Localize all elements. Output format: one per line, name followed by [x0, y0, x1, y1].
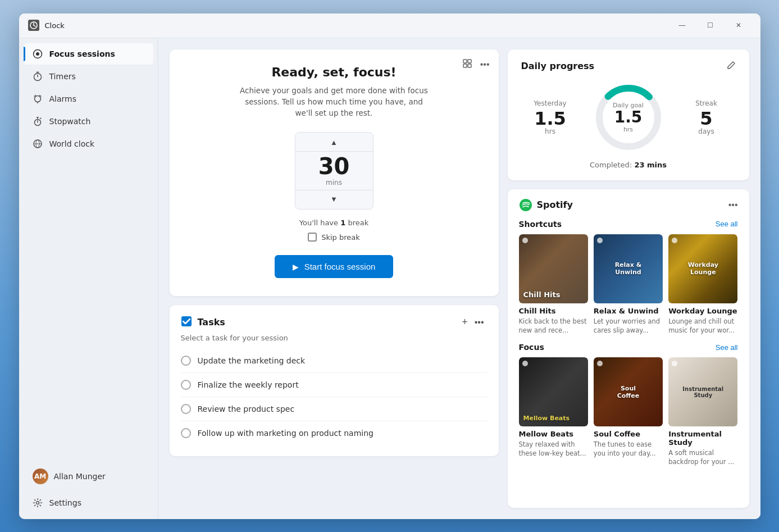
close-button[interactable]: ✕ [726, 16, 751, 34]
svg-point-26 [520, 199, 532, 211]
sidebar-item-label: World clock [49, 139, 95, 148]
sidebar-item-label: Stopwatch [49, 117, 91, 126]
task-radio-2[interactable] [181, 380, 191, 390]
timers-icon [33, 71, 43, 81]
tasks-title: Tasks [198, 317, 459, 328]
playlist-relax-unwind[interactable]: Relax & Unwind Relax & Unwind Let your w… [594, 234, 663, 335]
task-radio-1[interactable] [181, 356, 191, 366]
timer-unit: mins [326, 179, 342, 187]
start-focus-button[interactable]: ▶ Start focus session [275, 255, 394, 278]
sidebar-item-alarms[interactable]: Alarms [24, 88, 153, 110]
spotify-more-button[interactable]: ••• [728, 200, 738, 210]
soul-coffee-thumb: Soul Coffee [594, 357, 663, 426]
focus-section: Focus See all Mellow Beats [519, 343, 738, 467]
world-clock-icon [33, 139, 43, 149]
instrumental-study-thumb: InstrumentalStudy [668, 357, 737, 426]
progress-ring: Daily goal 1.5 hrs [592, 81, 665, 154]
svg-rect-19 [463, 60, 467, 63]
tasks-more-button[interactable]: ••• [471, 316, 488, 329]
start-button-label: Start focus session [304, 262, 376, 271]
shortcuts-see-all-button[interactable]: See all [716, 220, 738, 228]
task-label-1: Update the marketing deck [198, 356, 306, 365]
focus-header: Focus See all [519, 343, 738, 352]
sidebar-item-stopwatch[interactable]: Stopwatch [24, 111, 153, 132]
titlebar: Clock — ☐ ✕ [19, 13, 760, 38]
streak-stat: Streak 5 days [690, 99, 723, 135]
focus-sessions-icon [33, 49, 43, 59]
focus-card: ••• Ready, set, focus! Achieve your goal… [170, 49, 499, 297]
sidebar-item-settings[interactable]: Settings [24, 492, 153, 513]
progress-header: Daily progress [521, 61, 736, 72]
focus-see-all-button[interactable]: See all [716, 343, 738, 352]
svg-point-4 [36, 52, 39, 56]
yesterday-label: Yesterday [534, 99, 567, 107]
shortcuts-grid: Chill Hits Chill Hits Kick back to the b… [519, 234, 738, 335]
chill-hits-desc: Kick back to the best new and rece... [519, 317, 588, 335]
task-label-4: Follow up with marketing on product nami… [198, 429, 373, 438]
sidebar-item-label: Timers [49, 72, 76, 81]
task-item[interactable]: Follow up with marketing on product nami… [181, 421, 488, 445]
spotify-logo-text: Spotify [537, 199, 573, 210]
soul-coffee-name: Soul Coffee [594, 430, 663, 438]
avatar: AM [33, 469, 48, 484]
right-panel: Daily progress Yesterday 1.5 hrs [508, 49, 749, 508]
timer-up-button[interactable]: ▲ [295, 136, 373, 149]
playlist-chill-hits[interactable]: Chill Hits Chill Hits Kick back to the b… [519, 234, 588, 335]
skip-break-checkbox[interactable] [308, 233, 317, 242]
sidebar-item-focus-sessions[interactable]: Focus sessions [24, 43, 153, 65]
left-panel: ••• Ready, set, focus! Achieve your goal… [170, 49, 499, 508]
expand-button[interactable] [461, 57, 473, 72]
playlist-soul-coffee[interactable]: Soul Coffee Soul Coffee The tunes to eas… [594, 357, 663, 467]
alarms-icon [33, 94, 43, 104]
skip-break-label[interactable]: Skip break [321, 233, 360, 242]
workday-lounge-thumb: Workday Lounge [668, 234, 737, 303]
svg-rect-21 [463, 64, 467, 67]
spotify-logo: Spotify [519, 198, 728, 212]
tasks-card: Tasks + ••• Select a task for your sessi… [170, 305, 499, 456]
tasks-check-icon [181, 316, 192, 329]
spotify-header: Spotify ••• [519, 198, 738, 212]
streak-unit: days [690, 128, 723, 135]
relax-unwind-desc: Let your worries and cares slip away... [594, 317, 663, 335]
task-item[interactable]: Review the product spec [181, 397, 488, 421]
user-name: Allan Munger [54, 472, 106, 481]
sidebar-item-timers[interactable]: Timers [24, 66, 153, 87]
progress-title: Daily progress [521, 61, 727, 71]
window-title: Clock [45, 21, 65, 30]
task-radio-4[interactable] [181, 428, 191, 438]
svg-rect-20 [468, 60, 471, 63]
chill-hits-thumb: Chill Hits [519, 234, 588, 303]
chill-hits-name: Chill Hits [519, 307, 588, 315]
relax-unwind-thumb: Relax & Unwind [594, 234, 663, 303]
spotify-card: Spotify ••• Shortcuts See all [508, 189, 749, 508]
add-task-button[interactable]: + [458, 315, 471, 329]
playlist-instrumental-study[interactable]: InstrumentalStudy Instrumental Study A s… [668, 357, 737, 467]
user-profile[interactable]: AM Allan Munger [24, 463, 153, 490]
edit-button[interactable] [727, 61, 736, 72]
playlist-workday-lounge[interactable]: Workday Lounge Workday Lounge Lounge and… [668, 234, 737, 335]
sidebar-item-world-clock[interactable]: World clock [24, 133, 153, 154]
focus-title: Focus [519, 343, 716, 352]
minimize-button[interactable]: — [669, 16, 695, 34]
task-item[interactable]: Update the marketing deck [181, 349, 488, 373]
app-body: Focus sessions Timers [19, 38, 760, 519]
tasks-select-label: Select a task for your session [181, 334, 488, 342]
streak-label: Streak [690, 99, 723, 107]
focus-card-toolbar: ••• [461, 57, 491, 72]
mellow-beats-desc: Stay relaxed with these low-key beat... [519, 440, 588, 458]
more-options-button[interactable]: ••• [479, 58, 491, 71]
progress-ring-area: Yesterday 1.5 hrs [521, 81, 736, 154]
break-info: You'll have 1 break [299, 219, 368, 227]
mellow-beats-name: Mellow Beats [519, 430, 588, 438]
workday-lounge-name: Workday Lounge [668, 307, 737, 315]
main-content: ••• Ready, set, focus! Achieve your goal… [158, 38, 760, 519]
task-item[interactable]: Finalize the weekly report [181, 373, 488, 397]
tasks-header: Tasks + ••• [181, 315, 488, 329]
maximize-button[interactable]: ☐ [698, 16, 723, 34]
svg-point-18 [36, 501, 39, 504]
task-list: Update the marketing deck Finalize the w… [181, 349, 488, 445]
instrumental-study-name: Instrumental Study [668, 430, 737, 447]
timer-down-button[interactable]: ▼ [295, 193, 373, 206]
playlist-mellow-beats[interactable]: Mellow Beats Mellow Beats Stay relaxed w… [519, 357, 588, 467]
task-radio-3[interactable] [181, 404, 191, 414]
